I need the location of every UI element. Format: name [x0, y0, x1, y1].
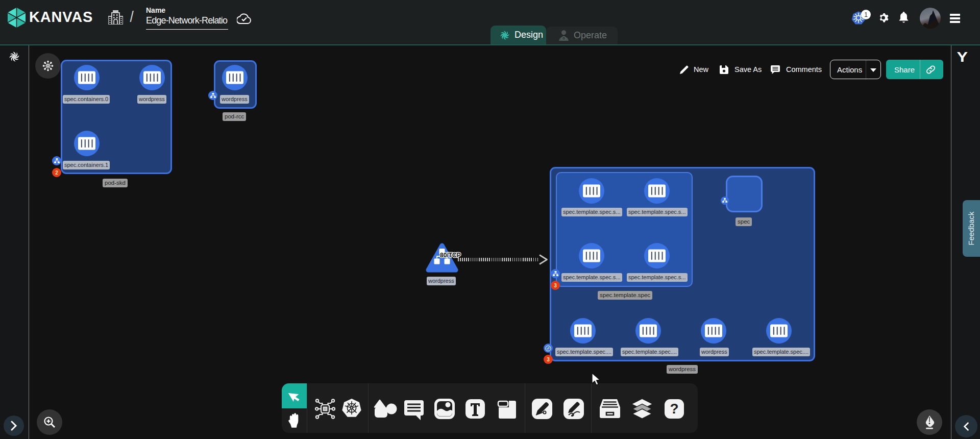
svg-text:?: ?: [670, 401, 678, 417]
svg-text:80/TCP: 80/TCP: [440, 252, 461, 259]
